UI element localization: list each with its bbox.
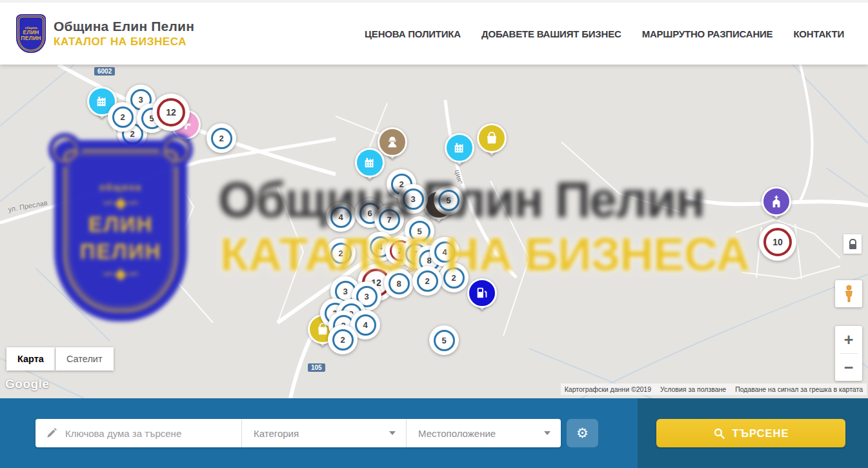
map-cluster-marker[interactable]: 3 xyxy=(398,184,428,214)
gear-icon: ⚙ xyxy=(576,425,589,441)
map-pin-factory[interactable] xyxy=(445,133,474,172)
map-cluster-marker[interactable]: 2 xyxy=(207,123,236,153)
map-cluster-marker[interactable]: 2 xyxy=(108,102,137,132)
cluster-count: 8 xyxy=(389,273,410,294)
cluster-count: 4 xyxy=(434,241,456,263)
page: община ЕЛИН ПЕЛИН Община Елин Пелин КАТА… xyxy=(0,0,868,468)
category-select-label: Категория xyxy=(254,428,299,439)
cluster-count: 2 xyxy=(332,329,354,351)
route-shield-label: 6002 xyxy=(94,67,115,76)
map-pin-bag[interactable] xyxy=(477,123,507,162)
emblem-name-1: ЕЛИН xyxy=(23,30,39,36)
map-attribution: Картографски данни ©2019Условия за ползв… xyxy=(561,383,867,395)
search-icon xyxy=(713,427,725,440)
map-pin-fuel[interactable] xyxy=(467,278,497,317)
map-type-satellite-button[interactable]: Сателит xyxy=(56,347,114,371)
chevron-down-icon xyxy=(544,431,550,435)
search-bar: Категория Местоположение ⚙ ТЪРСЕНЕ xyxy=(0,398,868,468)
attribution-link[interactable]: Условия за ползване xyxy=(660,385,726,393)
site-subtitle: КАТАЛОГ НА БИЗНЕСА xyxy=(54,36,194,48)
factory-icon xyxy=(445,133,474,163)
main-nav: ЦЕНОВА ПОЛИТИКАДОБАВЕТЕ ВАШИЯТ БИЗНЕСМАР… xyxy=(365,28,852,39)
map-cluster-marker[interactable]: 7 xyxy=(374,205,404,234)
nav-item[interactable]: КОНТАКТИ xyxy=(793,28,844,39)
advanced-settings-button[interactable]: ⚙ xyxy=(567,419,598,447)
lock-icon xyxy=(849,239,856,244)
map-pin-church[interactable] xyxy=(762,187,791,225)
nav-item[interactable]: ЦЕНОВА ПОЛИТИКА xyxy=(365,28,461,39)
emblem-small-text: община xyxy=(25,26,37,30)
location-select[interactable]: Местоположение xyxy=(406,419,561,447)
nav-item[interactable]: МАРШРУТНО РАЗПИСАНИЕ xyxy=(642,28,773,39)
lock-button[interactable] xyxy=(843,234,862,254)
search-submit-button[interactable]: ТЪРСЕНЕ xyxy=(656,419,845,447)
cluster-count: 5 xyxy=(438,190,459,211)
fuel-icon xyxy=(467,278,497,308)
search-keyword-input[interactable] xyxy=(64,427,241,440)
map-type-control: Карта Сателит xyxy=(6,347,114,371)
category-select[interactable]: Категория xyxy=(241,419,406,447)
cluster-count: 7 xyxy=(379,209,400,230)
emblem-name-2: ПЕЛИН xyxy=(21,36,41,42)
zoom-control: + − xyxy=(835,326,862,381)
cluster-count: 5 xyxy=(434,330,455,351)
map-cluster-marker[interactable]: 10 xyxy=(759,223,796,261)
cluster-count: 3 xyxy=(403,188,424,210)
cluster-count: 2 xyxy=(112,107,134,128)
pegman-icon xyxy=(843,285,854,303)
attribution-text: Картографски данни ©2019 xyxy=(565,385,651,393)
attribution-link[interactable]: Подаване на сигнал за грешка в картата xyxy=(735,385,863,393)
keyword-field xyxy=(35,419,241,447)
cluster-count: 2 xyxy=(443,267,465,289)
map-canvas[interactable]: 6002105ул. Преславбул. „Новоселци“ция“23… xyxy=(0,65,868,398)
map-cluster-marker[interactable]: 5 xyxy=(429,325,459,355)
map-cluster-marker[interactable]: 4 xyxy=(430,237,459,267)
church-icon xyxy=(762,187,791,216)
cluster-count: 2 xyxy=(417,270,438,292)
map-cluster-marker[interactable]: 2 xyxy=(328,325,358,354)
bag-icon xyxy=(477,123,507,153)
route-shield-label: 105 xyxy=(308,363,325,372)
header: община ЕЛИН ПЕЛИН Община Елин Пелин КАТА… xyxy=(0,0,868,65)
cluster-count: 2 xyxy=(211,128,232,149)
nav-item[interactable]: ДОБАВЕТЕ ВАШИЯТ БИЗНЕС xyxy=(481,28,621,39)
cluster-count: 2 xyxy=(330,243,352,264)
map-type-map-button[interactable]: Карта xyxy=(6,347,55,371)
map-cluster-marker[interactable]: 2 xyxy=(412,266,442,296)
chevron-down-icon xyxy=(389,431,396,435)
location-select-label: Местоположение xyxy=(418,428,496,439)
cluster-count: 12 xyxy=(157,98,185,127)
google-logo[interactable]: Google xyxy=(5,377,49,391)
municipality-emblem-icon: община ЕЛИН ПЕЛИН xyxy=(16,14,46,53)
map-cluster-marker[interactable]: 5 xyxy=(434,185,463,215)
zoom-in-button[interactable]: + xyxy=(835,326,862,353)
search-fields: Категория Местоположение xyxy=(35,419,561,447)
site-logo[interactable]: община ЕЛИН ПЕЛИН Община Елин Пелин КАТА… xyxy=(16,14,194,53)
cluster-count: 4 xyxy=(330,207,352,228)
cluster-count: 4 xyxy=(355,314,376,336)
map-cluster-marker[interactable]: 2 xyxy=(439,263,469,292)
map-cluster-marker[interactable]: 2 xyxy=(326,238,356,268)
zoom-out-button[interactable]: − xyxy=(835,354,862,381)
cluster-count: 10 xyxy=(763,228,792,256)
map-cluster-marker[interactable]: 12 xyxy=(152,94,190,131)
pencil-icon xyxy=(46,427,57,439)
map-pin-factory[interactable] xyxy=(355,148,385,187)
factory-icon xyxy=(355,148,385,178)
street-view-pegman[interactable] xyxy=(835,280,862,307)
site-title: Община Елин Пелин xyxy=(54,19,194,34)
map-cluster-marker[interactable]: 8 xyxy=(384,269,414,298)
map-cluster-marker[interactable]: 4 xyxy=(326,202,356,232)
